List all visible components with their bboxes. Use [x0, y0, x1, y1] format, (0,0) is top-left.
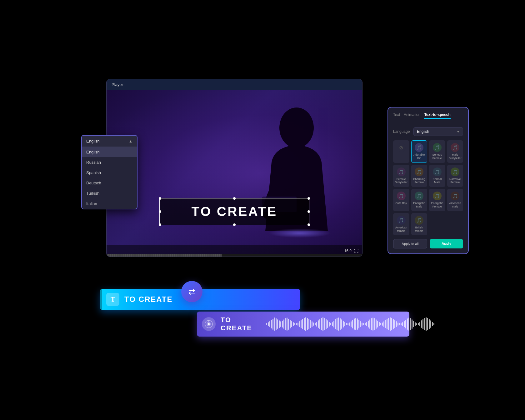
- voice-cell-american-male[interactable]: 🎵 American male: [447, 189, 463, 211]
- waveform-bar: [340, 318, 341, 330]
- aspect-ratio-badge[interactable]: 16:9: [344, 249, 352, 253]
- dropdown-item-russian[interactable]: Russian: [82, 157, 137, 168]
- fullscreen-icon[interactable]: ⛶: [354, 248, 358, 253]
- voice-cell-cute-boy[interactable]: 🎵 Cute Boy: [393, 189, 409, 211]
- corner-handle-bl[interactable]: [159, 223, 161, 226]
- waveform-bar: [371, 318, 372, 330]
- energetic-male-icon: 🎵: [415, 192, 423, 200]
- text-overlay-box: TO CREATE: [159, 198, 309, 225]
- tts-language-select[interactable]: English ▼: [413, 127, 463, 136]
- waveform-bar: [321, 318, 322, 330]
- dropdown-item-turkish[interactable]: Turkish: [82, 188, 137, 198]
- dropdown-item-italian[interactable]: Italian: [82, 198, 137, 209]
- waveform-bar: [310, 320, 311, 328]
- tab-animation[interactable]: Animation: [404, 112, 420, 119]
- apply-button[interactable]: Apply: [430, 239, 463, 248]
- corner-handle-br[interactable]: [308, 223, 310, 226]
- corner-handle-bm[interactable]: [233, 223, 236, 226]
- voice-cell-adorable-girl[interactable]: 🎵 Adorable Girl: [411, 140, 428, 163]
- serious-female-label: Serious Female: [431, 153, 444, 160]
- waveform-bar: [362, 322, 362, 326]
- swap-button[interactable]: ⇄: [181, 281, 202, 302]
- waveform-bar: [349, 322, 350, 326]
- apply-to-all-button[interactable]: Apply to all: [393, 239, 427, 248]
- corner-handle-tr[interactable]: [308, 197, 310, 200]
- waveform-bar: [293, 322, 294, 326]
- voice-cell-male-storyteller[interactable]: 🎵 Male Storyteller: [447, 140, 463, 163]
- tab-text[interactable]: Text: [393, 112, 400, 119]
- tts-language-value: English: [417, 129, 429, 134]
- waveform-bar: [298, 322, 298, 326]
- voice-cell-female-storyteller[interactable]: 🎵 Female Storyteller: [393, 165, 409, 187]
- waveform-bar: [271, 320, 272, 328]
- dropdown-item-deutsch[interactable]: Deutsch: [82, 178, 137, 188]
- waveform-bar: [408, 318, 409, 331]
- waveform-bar: [413, 321, 414, 327]
- waveform-bar: [302, 319, 303, 329]
- waveform-bar: [430, 320, 431, 328]
- waveform-bar: [418, 323, 419, 325]
- corner-handle-ml[interactable]: [159, 210, 161, 213]
- waveform-bar: [272, 319, 273, 330]
- waveform-bar: [391, 318, 392, 330]
- dropdown-header[interactable]: English ▲: [82, 136, 137, 147]
- swap-icon: ⇄: [188, 287, 195, 297]
- cute-boy-label: Cute Boy: [395, 202, 407, 205]
- waveform-bar: [401, 323, 402, 325]
- waveform-bar: [338, 318, 339, 331]
- waveform-bar: [332, 322, 333, 326]
- waveform-bar: [343, 321, 344, 328]
- language-dropdown[interactable]: English ▲ English Russian Spanish Deutsc…: [81, 135, 138, 209]
- british-female-label: British female: [413, 226, 426, 233]
- player-window: Player: [106, 79, 362, 257]
- waveform-bar: [348, 323, 348, 325]
- text-track-icon: T: [106, 293, 119, 306]
- waveform-bar: [405, 320, 406, 328]
- waveform-bar: [280, 321, 281, 327]
- voice-cell-energetic-male[interactable]: 🎵 Energetic Male: [411, 189, 428, 211]
- waveform-bar: [399, 323, 400, 325]
- corner-handle-mr[interactable]: [308, 210, 310, 213]
- waveform-bar: [299, 321, 300, 327]
- waveform-bar: [363, 323, 364, 325]
- voice-cell-normal-male[interactable]: 🎵 Normal Male: [429, 165, 445, 187]
- dropdown-item-spanish[interactable]: Spanish: [82, 168, 137, 178]
- voice-cell-american-female[interactable]: 🎵 American female: [393, 213, 409, 236]
- waveform-bar: [285, 318, 286, 330]
- waveform-bar: [337, 318, 338, 330]
- laptop-glow: [268, 228, 331, 238]
- british-female-icon: 🎵: [415, 216, 423, 225]
- waveform-bar: [379, 322, 380, 326]
- text-overlay-container[interactable]: TO CREATE: [159, 198, 309, 225]
- voice-cell-charming-female[interactable]: 🎵 Charming Female: [411, 165, 428, 187]
- waveform-bar: [376, 319, 377, 329]
- female-storyteller-label: Female Storyteller: [395, 178, 408, 184]
- narrative-female-label: Narrative Female: [449, 178, 462, 184]
- voice-cell-muted[interactable]: ⊘: [393, 140, 409, 163]
- voice-cell-serious-female[interactable]: 🎵 Serious Female: [429, 140, 445, 163]
- waveform-bar: [410, 318, 411, 330]
- waveform-bar: [427, 318, 428, 330]
- dropdown-arrow-icon: ▲: [129, 139, 132, 143]
- waveform-bar: [279, 320, 280, 328]
- dropdown-item-english[interactable]: English: [82, 147, 137, 157]
- corner-handle-tm[interactable]: [233, 197, 236, 200]
- waveform-bar: [296, 323, 297, 325]
- adorable-girl-icon: 🎵: [415, 143, 423, 152]
- waveform-bar: [385, 320, 386, 328]
- track-audio-bar[interactable]: TO CREATE: [197, 312, 409, 337]
- waveform-bar: [351, 321, 352, 327]
- male-storyteller-label: Male Storyteller: [449, 153, 462, 160]
- waveform-bar: [287, 318, 288, 331]
- corner-handle-tl[interactable]: [159, 197, 161, 200]
- waveform-bar: [377, 321, 378, 328]
- player-title: Player: [112, 82, 123, 87]
- waveform-bar: [276, 318, 277, 330]
- waveform-bar: [393, 319, 394, 329]
- voice-cell-energetic-female[interactable]: 🎵 Energetic Female: [429, 189, 445, 211]
- voice-cell-british-female[interactable]: 🎵 British female: [411, 213, 428, 236]
- voice-cell-narrative-female[interactable]: 🎵 Narrative Female: [447, 165, 463, 187]
- tab-text-to-speech[interactable]: Text-to-speech: [424, 112, 450, 119]
- tts-language-arrow-icon: ▼: [457, 130, 460, 133]
- waveform-bar: [357, 318, 358, 330]
